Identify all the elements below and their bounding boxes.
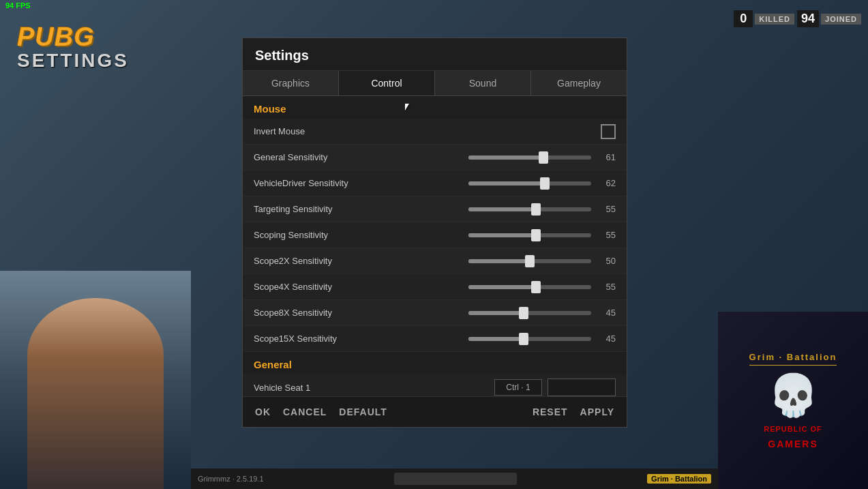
targeting-sensitivity-row: Targeting Sensitivity 55 <box>243 196 627 222</box>
vehicle-seat-1-row: Vehicle Seat 1 Ctrl · 1 <box>243 374 627 396</box>
footer-left-buttons: OK CANCEL DEFAULT <box>255 406 387 417</box>
scope8x-sensitivity-control: 45 <box>410 308 616 318</box>
joined-label: JOINED <box>821 14 861 25</box>
vehicle-seat-1-control: Ctrl · 1 <box>410 379 616 396</box>
scoping-sensitivity-control: 55 <box>410 230 616 240</box>
general-sensitivity-track[interactable] <box>468 155 591 160</box>
vehicle-seat-1-extra[interactable] <box>548 379 616 396</box>
scope4x-sensitivity-track[interactable] <box>468 285 591 289</box>
scope4x-sensitivity-fill <box>468 285 536 289</box>
targeting-sensitivity-track[interactable] <box>468 207 591 211</box>
footer-right-buttons: RESET APPLY <box>533 406 614 417</box>
scope2x-sensitivity-value: 50 <box>597 256 616 266</box>
scoping-sensitivity-fill <box>468 233 536 237</box>
scope15x-sensitivity-fill <box>468 337 524 341</box>
invert-mouse-row: Invert Mouse <box>243 119 627 145</box>
general-sensitivity-thumb[interactable] <box>539 151 548 164</box>
right-branding: Grim · Battalion 💀 REPUBLIC OF GAMERS <box>718 312 868 489</box>
scoping-sensitivity-label: Scoping Sensitivity <box>254 230 410 240</box>
invert-mouse-checkbox[interactable] <box>601 124 616 139</box>
settings-content[interactable]: Mouse Invert Mouse General Sensitivity 6… <box>243 96 627 396</box>
general-sensitivity-value: 61 <box>597 152 616 162</box>
joined-count: 94 <box>797 10 819 27</box>
scope2x-sensitivity-label: Scope2X Sensitivity <box>254 256 410 266</box>
scope4x-sensitivity-value: 55 <box>597 282 616 292</box>
top-stats: 0 KILLED 94 JOINED <box>734 10 861 27</box>
killed-label: KILLED <box>755 14 794 25</box>
vehicledriver-sensitivity-row: VehicleDriver Sensitivity 62 <box>243 171 627 196</box>
scope15x-sensitivity-label: Scope15X Sensitivity <box>254 334 410 344</box>
general-sensitivity-label: General Sensitivity <box>254 152 410 162</box>
scoping-sensitivity-value: 55 <box>597 230 616 240</box>
bottom-bar-version: Grimmmz · 2.5.19.1 <box>198 475 264 483</box>
scope2x-sensitivity-track[interactable] <box>468 259 591 263</box>
invert-mouse-control <box>410 124 616 139</box>
vehicle-seat-1-keybind[interactable]: Ctrl · 1 <box>494 379 542 396</box>
vehicledriver-sensitivity-track[interactable] <box>468 181 591 186</box>
tab-control[interactable]: Control <box>339 71 435 95</box>
scope8x-sensitivity-label: Scope8X Sensitivity <box>254 308 410 318</box>
scope8x-sensitivity-value: 45 <box>597 308 616 318</box>
settings-title: Settings <box>243 38 627 71</box>
tab-sound[interactable]: Sound <box>435 71 531 95</box>
apply-button[interactable]: APPLY <box>580 406 614 417</box>
vehicledriver-sensitivity-control: 62 <box>410 178 616 188</box>
scoping-sensitivity-row: Scoping Sensitivity 55 <box>243 222 627 248</box>
targeting-sensitivity-fill <box>468 207 536 211</box>
settings-text: SETTINGS <box>17 50 129 72</box>
scoping-sensitivity-track[interactable] <box>468 233 591 237</box>
scope4x-sensitivity-row: Scope4X Sensitivity 55 <box>243 274 627 300</box>
scope8x-sensitivity-thumb[interactable] <box>519 307 528 319</box>
bottom-bar-tag: Grim · Battalion <box>647 474 711 484</box>
scope2x-sensitivity-fill <box>468 259 530 263</box>
invert-mouse-label: Invert Mouse <box>254 126 410 136</box>
killed-count: 0 <box>734 10 753 27</box>
targeting-sensitivity-control: 55 <box>410 204 616 214</box>
scope8x-sensitivity-row: Scope8X Sensitivity 45 <box>243 300 627 326</box>
killed-stat: 0 KILLED <box>734 10 794 27</box>
tab-gameplay[interactable]: Gameplay <box>531 71 627 95</box>
bottom-bar: Grimmmz · 2.5.19.1 Grim · Battalion <box>191 469 718 489</box>
cancel-button[interactable]: CANCEL <box>283 406 327 417</box>
scope4x-sensitivity-thumb[interactable] <box>531 281 541 293</box>
vehicledriver-sensitivity-thumb[interactable] <box>540 177 550 190</box>
gamers-text: GAMERS <box>768 439 818 449</box>
tabs-row: Graphics Control Sound Gameplay <box>243 71 627 96</box>
scope15x-sensitivity-row: Scope15X Sensitivity 45 <box>243 326 627 352</box>
fps-counter: 94 FPS <box>5 1 31 10</box>
scope15x-sensitivity-track[interactable] <box>468 337 591 341</box>
settings-modal: Settings Graphics Control Sound Gameplay… <box>242 38 627 428</box>
reset-button[interactable]: RESET <box>533 406 568 417</box>
vehicledriver-sensitivity-fill <box>468 181 545 186</box>
vehicledriver-sensitivity-value: 62 <box>597 178 616 188</box>
targeting-sensitivity-thumb[interactable] <box>531 203 541 216</box>
pubg-text: PUBG <box>17 24 129 50</box>
targeting-sensitivity-label: Targeting Sensitivity <box>254 204 410 214</box>
scope8x-sensitivity-track[interactable] <box>468 311 591 315</box>
scope4x-sensitivity-control: 55 <box>410 282 616 292</box>
webcam-area <box>0 271 191 489</box>
person-silhouette <box>27 298 164 489</box>
general-section-header: General <box>243 352 627 374</box>
scope2x-sensitivity-control: 50 <box>410 256 616 266</box>
scope2x-sensitivity-thumb[interactable] <box>525 255 535 267</box>
targeting-sensitivity-value: 55 <box>597 204 616 214</box>
tab-graphics[interactable]: Graphics <box>243 71 339 95</box>
scope8x-sensitivity-fill <box>468 311 524 315</box>
grim-battalion-text: Grim · Battalion <box>749 352 837 366</box>
settings-footer: OK CANCEL DEFAULT RESET APPLY <box>243 396 627 427</box>
ok-button[interactable]: OK <box>255 406 271 417</box>
default-button[interactable]: DEFAULT <box>339 406 387 417</box>
pubg-logo: PUBG SETTINGS <box>17 24 129 72</box>
mouse-section-header: Mouse <box>243 96 627 119</box>
republic-text: REPUBLIC OF <box>764 425 822 433</box>
general-sensitivity-row: General Sensitivity 61 <box>243 145 627 171</box>
vehicle-seat-1-label: Vehicle Seat 1 <box>254 383 410 393</box>
vehicledriver-sensitivity-label: VehicleDriver Sensitivity <box>254 178 410 188</box>
scoping-sensitivity-thumb[interactable] <box>531 229 541 241</box>
general-sensitivity-control: 61 <box>410 152 616 162</box>
scope2x-sensitivity-row: Scope2X Sensitivity 50 <box>243 248 627 274</box>
scope15x-sensitivity-thumb[interactable] <box>519 333 528 345</box>
scope15x-sensitivity-control: 45 <box>410 334 616 344</box>
streamer-video <box>0 271 191 489</box>
